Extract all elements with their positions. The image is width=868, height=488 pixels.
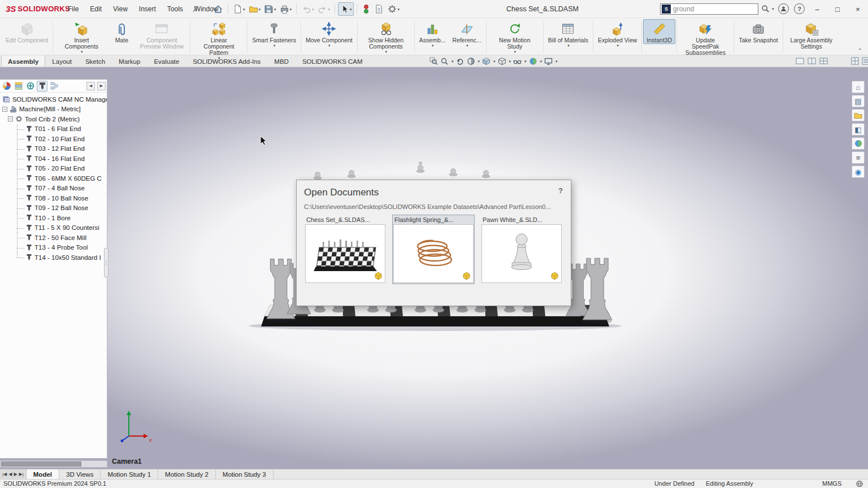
tree-item-tool-crib[interactable]: − Tool Crib 2 (Metric) [0, 114, 107, 124]
linear-component-pattern-button[interactable]: Linear Component Pattern ▾ [192, 19, 246, 60]
tree-item-tool[interactable]: T10 - 1 Bore [0, 213, 107, 223]
solidworks-resources-icon[interactable]: ◉ [852, 165, 865, 178]
hide-show-items-icon[interactable] [513, 57, 522, 66]
custom-properties-icon[interactable]: ≡ [852, 151, 865, 164]
tree-item-tool[interactable]: T05 - 20 Flat End [0, 164, 107, 174]
collapse-toggle-icon[interactable]: − [8, 116, 13, 121]
task-pane-grid-icon[interactable] [851, 57, 859, 65]
tree-item-tool[interactable]: T07 - 4 Ball Nose [0, 184, 107, 194]
last-tab-button[interactable]: ▶| [19, 472, 24, 477]
view-palette-icon[interactable]: ◧ [852, 123, 865, 136]
caret-down-icon[interactable]: ▾ [493, 59, 496, 63]
ribbon-collapse-button[interactable]: ⌃ [858, 47, 862, 54]
insert-components-button[interactable]: Insert Components ▾ [54, 19, 108, 54]
view-orientation-icon[interactable] [482, 57, 491, 66]
print-button[interactable]: ▾ [278, 2, 294, 16]
command-tab[interactable]: Assembly [1, 55, 45, 67]
zoom-area-icon[interactable] [440, 57, 449, 66]
new-motion-study-button[interactable]: New Motion Study ▾ [488, 19, 542, 54]
tree-item-tool[interactable]: T12 - 50 Face Mill [0, 233, 107, 243]
collapse-toggle-icon[interactable]: − [2, 107, 7, 112]
zoom-fit-icon[interactable] [429, 57, 438, 66]
mate-button[interactable]: Mate [108, 19, 134, 44]
bottom-tab[interactable]: Motion Study 3 [216, 469, 274, 479]
instant3d-button[interactable]: Instant3D [643, 19, 675, 44]
first-tab-button[interactable]: |◀ [2, 472, 7, 477]
tree-item-tool[interactable]: T11 - 5 X 90 Countersi [0, 223, 107, 233]
new-document-button[interactable]: ▾ [231, 2, 247, 16]
options-button[interactable]: ▾ [385, 2, 402, 16]
smart-fasteners-button[interactable]: Smart Fasteners ▾ [249, 19, 300, 48]
select-tool-button[interactable]: ▾ [338, 2, 354, 16]
document-card-flashlight-spring[interactable]: Flashlight Spring_&... [392, 215, 475, 284]
appearances-icon[interactable] [852, 137, 865, 150]
reference-geometry-button[interactable]: Referenc... ▾ [449, 19, 484, 48]
bottom-tab[interactable]: Motion Study 1 [101, 469, 158, 479]
large-assembly-settings-button[interactable]: Large Assembly Settings [784, 19, 839, 50]
four-view-icon[interactable] [819, 57, 828, 65]
command-tab[interactable]: Layout [45, 55, 79, 67]
caret-down-icon[interactable]: ▾ [555, 59, 558, 63]
tree-horizontal-scrollbar[interactable] [0, 460, 107, 468]
units-selector[interactable]: MMGS [822, 480, 841, 487]
configuration-manager-tab[interactable] [49, 81, 59, 91]
panel-splitter-handle[interactable]: ⋮ [104, 248, 108, 277]
tree-item-nc-manager[interactable]: SOLIDWORKS CAM NC Manage [0, 94, 107, 104]
tree-item-tool[interactable]: T13 - 4 Probe Tool [0, 243, 107, 253]
component-preview-window-button[interactable]: Component Preview Window [134, 19, 189, 50]
two-view-icon[interactable] [808, 57, 816, 65]
exploded-view-button[interactable]: Exploded View ▾ [594, 19, 640, 48]
update-speedpak-button[interactable]: Update SpeedPak Subassemblies [678, 19, 732, 56]
status-display-icon[interactable] [856, 480, 863, 487]
bottom-tab[interactable]: Model [27, 469, 59, 479]
section-view-icon[interactable] [467, 57, 475, 66]
tree-item-tool[interactable]: T04 - 16 Flat End [0, 154, 107, 164]
tree-item-tool[interactable]: T03 - 12 Flat End [0, 144, 107, 154]
command-tab[interactable]: MBD [267, 55, 296, 67]
tree-item-tool[interactable]: T01 - 6 Flat End [0, 124, 107, 134]
command-tab[interactable]: SOLIDWORKS CAM [296, 55, 370, 67]
take-snapshot-button[interactable]: Take Snapshot [735, 19, 781, 44]
save-button[interactable]: ▾ [262, 2, 278, 16]
task-home-icon[interactable]: ⌂ [852, 81, 865, 93]
caret-down-icon[interactable]: ▾ [509, 59, 511, 63]
tree-item-tool[interactable]: T09 - 12 Ball Nose [0, 203, 107, 213]
minimize-button[interactable]: – [807, 0, 827, 18]
tree-item-tool[interactable]: T14 - 10x50 Standard I [0, 252, 107, 263]
prev-tab-button[interactable]: ◀ [8, 472, 12, 477]
rebuild-button[interactable] [360, 2, 372, 16]
menu-item[interactable]: Edit [84, 2, 107, 16]
tab-scroll-right-button[interactable]: ▶ [97, 82, 106, 90]
display-style-icon[interactable] [498, 57, 506, 66]
command-tab[interactable]: Sketch [79, 55, 112, 67]
caret-down-icon[interactable]: ▾ [478, 59, 480, 63]
caret-down-icon[interactable]: ▾ [524, 59, 527, 63]
tree-item-tool[interactable]: T02 - 10 Flat End [0, 134, 107, 144]
search-options-caret[interactable]: ▾ [772, 7, 774, 11]
scrollbar-thumb[interactable] [1, 461, 81, 467]
restore-button[interactable]: □ [827, 0, 848, 18]
next-tab-button[interactable]: ▶ [14, 472, 17, 477]
edit-component-button[interactable]: Edit Component [2, 19, 51, 44]
dialog-help-button[interactable]: ? [558, 186, 563, 195]
property-manager-tab[interactable] [25, 81, 36, 91]
undo-button[interactable]: ▾ [300, 2, 316, 16]
task-pane-list-icon[interactable] [862, 57, 868, 65]
bill-of-materials-button[interactable]: Bill of Materials ▾ [545, 19, 592, 48]
file-properties-button[interactable] [372, 2, 385, 16]
open-document-button[interactable]: ▾ [247, 2, 263, 16]
assembly-visualization-button[interactable]: Assemb... ▾ [416, 19, 449, 48]
tab-scroll-left-button[interactable]: ◀ [86, 82, 95, 90]
single-view-icon[interactable] [796, 57, 804, 65]
search-input[interactable] [673, 5, 758, 13]
search-icon[interactable] [761, 5, 770, 13]
bottom-tab[interactable]: Motion Study 2 [158, 469, 216, 479]
document-card-chess-set[interactable]: Chess Set_&.SLDAS... [304, 215, 387, 284]
pin-menu-icon[interactable] [192, 5, 199, 13]
tree-item-machine[interactable]: − Machine[Mill - Metric] [0, 104, 107, 115]
close-button[interactable]: × [848, 0, 868, 18]
bottom-tab[interactable]: 3D Views [59, 469, 101, 479]
menu-item[interactable]: View [107, 2, 133, 16]
show-hidden-components-button[interactable]: Show Hidden Components ▾ [359, 19, 413, 54]
menu-item[interactable]: Insert [133, 2, 162, 16]
